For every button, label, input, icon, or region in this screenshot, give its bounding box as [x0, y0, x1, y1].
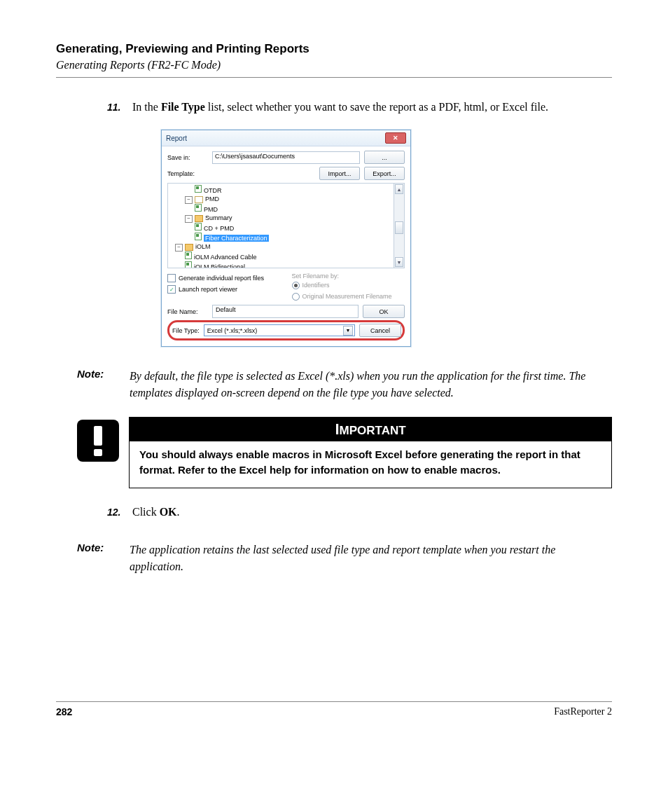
- section-subtitle: Generating Reports (FR2-FC Mode): [56, 59, 612, 78]
- file-type-select[interactable]: Excel (*.xls;*.xlsx) ▼: [204, 324, 355, 336]
- tree-item: −Summary: [171, 214, 391, 223]
- step-bold: OK: [160, 506, 177, 518]
- tree-item: iOLM Advanced Cable: [171, 252, 391, 261]
- scroll-down-icon[interactable]: ▼: [395, 257, 403, 267]
- step-text-pre: In the: [132, 101, 161, 113]
- cancel-button[interactable]: Cancel: [359, 324, 401, 337]
- template-label: Template:: [167, 170, 208, 177]
- save-in-label: Save in:: [167, 154, 208, 161]
- file-name-label: File Name:: [167, 308, 208, 315]
- tree-item-selected[interactable]: Fiber Characterization: [204, 235, 269, 242]
- export-button[interactable]: Export...: [364, 167, 405, 180]
- launch-viewer-checkbox[interactable]: ✓ Launch report viewer: [167, 284, 281, 295]
- note-2: Note: The application retains the last s…: [56, 542, 612, 575]
- document-icon: [195, 223, 202, 230]
- note-body: The application retains the last selecte…: [130, 542, 612, 575]
- step-text-post: list, select whether you want to save th…: [205, 101, 548, 113]
- tree-item: iOLM Bidirectional: [171, 261, 391, 268]
- file-type-highlight: File Type: Excel (*.xls;*.xlsx) ▼ Cancel: [167, 320, 405, 340]
- template-tree[interactable]: OTDR −PMD PMD −Summary CD + PMD Fiber Ch…: [167, 183, 405, 268]
- step-11: 11. In the File Type list, select whethe…: [130, 99, 612, 116]
- ok-button[interactable]: OK: [363, 305, 405, 318]
- dialog-titlebar: Report ✕: [162, 130, 410, 146]
- page-number: 282: [56, 706, 72, 717]
- collapse-icon[interactable]: −: [185, 215, 193, 223]
- gen-individual-checkbox[interactable]: Generate individual report files: [167, 273, 281, 284]
- step-number: 12.: [107, 505, 130, 520]
- close-icon[interactable]: ✕: [385, 132, 406, 144]
- folder-icon: [195, 196, 203, 203]
- step-text-post: .: [177, 506, 180, 518]
- note-body: By default, the file type is selected as…: [130, 368, 612, 401]
- import-button[interactable]: Import...: [319, 167, 360, 180]
- collapse-icon[interactable]: −: [175, 244, 183, 252]
- document-icon: [195, 204, 202, 212]
- scrollbar[interactable]: ▲ ▼: [394, 184, 404, 268]
- important-callout: IMPORTANT You should always enable macro…: [56, 417, 612, 488]
- important-body: You should always enable macros in Micro…: [130, 441, 611, 488]
- chevron-down-icon: ▼: [343, 326, 353, 336]
- step-text-pre: Click: [132, 506, 160, 518]
- folder-icon: [195, 215, 203, 222]
- orig-filename-radio: Original Measurement Filename: [292, 291, 405, 302]
- save-in-input[interactable]: C:\Users\jsasaut\Documents: [212, 151, 360, 164]
- folder-icon: [185, 244, 193, 251]
- step-bold: File Type: [161, 101, 205, 113]
- document-icon: [195, 233, 202, 240]
- note-label: Note:: [56, 368, 130, 401]
- file-name-input[interactable]: Default: [212, 305, 359, 318]
- identifiers-radio: Identifiers: [292, 280, 405, 291]
- tree-item: Fiber Characterization: [171, 233, 391, 242]
- step-12: 12. Click OK.: [130, 504, 612, 521]
- chapter-title: Generating, Previewing and Printing Repo…: [56, 42, 612, 56]
- file-type-label: File Type:: [172, 327, 200, 334]
- scroll-up-icon[interactable]: ▲: [395, 184, 403, 194]
- product-name: FastReporter 2: [554, 706, 612, 717]
- collapse-icon[interactable]: −: [185, 196, 193, 204]
- checkbox-icon: [167, 274, 176, 282]
- note-label: Note:: [56, 542, 130, 575]
- tree-item: −PMD: [171, 195, 391, 204]
- file-type-value: Excel (*.xls;*.xlsx): [207, 327, 258, 334]
- step-number: 11.: [107, 100, 130, 115]
- report-dialog: Report ✕ Save in: C:\Users\jsasaut\Docum…: [161, 130, 411, 347]
- tree-item: PMD: [171, 204, 391, 214]
- tree-item: CD + PMD: [171, 223, 391, 233]
- page-header: Generating, Previewing and Printing Repo…: [56, 42, 612, 78]
- document-icon: [185, 252, 192, 259]
- tree-item: −iOLM: [171, 242, 391, 252]
- page-footer: 282 FastReporter 2: [56, 701, 612, 717]
- scroll-thumb[interactable]: [395, 221, 403, 234]
- important-header: IMPORTANT: [130, 418, 611, 441]
- note-1: Note: By default, the file type is selec…: [56, 368, 612, 401]
- dialog-title-text: Report: [166, 135, 187, 142]
- exclamation-icon: [77, 420, 119, 462]
- tree-item: OTDR: [171, 185, 391, 195]
- document-icon: [185, 261, 192, 268]
- checkbox-icon: ✓: [167, 285, 176, 294]
- document-icon: [195, 185, 202, 193]
- radio-icon: [292, 282, 300, 289]
- set-filename-label: Set Filename by:: [292, 273, 405, 280]
- browse-button[interactable]: ...: [364, 151, 405, 164]
- radio-icon: [292, 293, 300, 301]
